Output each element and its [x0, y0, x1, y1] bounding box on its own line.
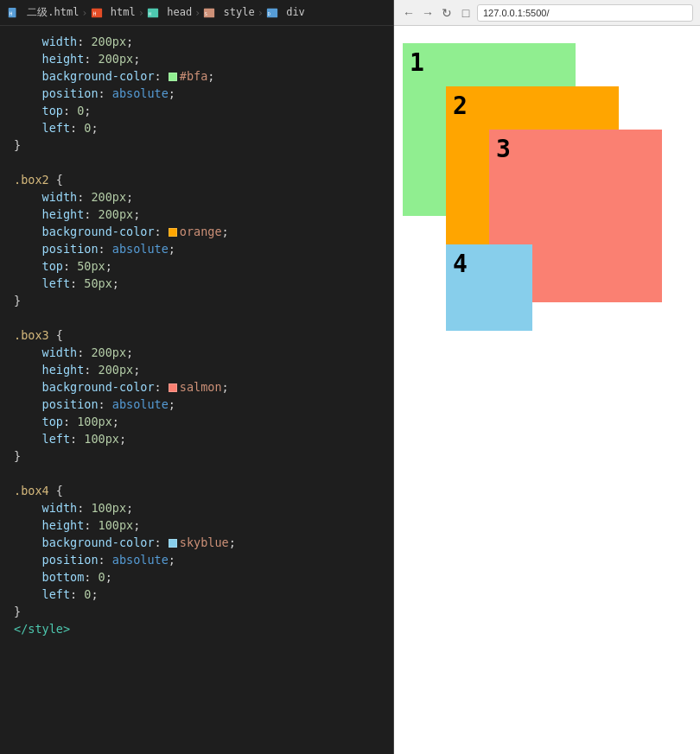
code-line: background-color: orange;: [0, 223, 393, 240]
code-line: bottom: 0;: [0, 568, 393, 586]
breadcrumb-style: S style: [203, 6, 254, 19]
code-line: [0, 465, 393, 482]
code-line: position: absolute;: [0, 85, 393, 102]
bc-sep-3: ›: [194, 7, 200, 19]
code-line: width: 100px;: [0, 499, 393, 516]
code-line: top: 50px;: [0, 257, 393, 275]
code-line: width: 200px;: [0, 188, 393, 206]
browser-toolbar: ← → ↻ □: [394, 0, 700, 26]
breadcrumb-head: H head: [147, 6, 192, 19]
code-line: height: 200px;: [0, 50, 393, 67]
forward-button[interactable]: →: [420, 5, 436, 21]
code-line: left: 0;: [0, 586, 393, 603]
box4: 4: [446, 244, 532, 331]
bc-sep-2: ›: [138, 7, 144, 19]
code-line: background-color: salmon;: [0, 378, 393, 396]
bc-sep-4: ›: [258, 7, 264, 19]
breadcrumb-html: H html: [91, 6, 136, 19]
code-line: </style>: [0, 620, 393, 637]
svg-text:H: H: [149, 10, 151, 16]
code-line: .box2 {: [0, 171, 393, 188]
code-line: }: [0, 603, 393, 620]
code-line: .box3 {: [0, 326, 393, 344]
code-line: }: [0, 292, 393, 309]
code-line: left: 0;: [0, 119, 393, 136]
code-line: position: absolute;: [0, 396, 393, 413]
code-area[interactable]: width: 200px; height: 200px; background-…: [0, 26, 393, 754]
box1-label: 1: [410, 48, 424, 77]
browser-content: 1 2 3 4: [394, 26, 700, 754]
bc-sep-1: ›: [81, 7, 87, 19]
code-line: [0, 154, 393, 171]
svg-text:D: D: [268, 10, 270, 16]
code-line: top: 0;: [0, 102, 393, 119]
breadcrumb-file: H 二级.html: [7, 5, 79, 20]
breadcrumb: H 二级.html › H html › H head › S: [0, 0, 393, 26]
code-line: position: absolute;: [0, 551, 393, 568]
code-line: background-color: skyblue;: [0, 534, 393, 551]
browser-panel: ← → ↻ □ 1 2 3 4: [393, 0, 700, 754]
code-line: height: 100px;: [0, 516, 393, 534]
code-line: background-color: #bfa;: [0, 67, 393, 85]
preview-container: 1 2 3 4: [394, 26, 700, 754]
breadcrumb-div: D div: [266, 6, 305, 19]
code-line: height: 200px;: [0, 361, 393, 378]
code-line: .box4 {: [0, 482, 393, 499]
code-line: top: 100px;: [0, 413, 393, 430]
box4-label: 4: [453, 250, 468, 278]
editor-panel: H 二级.html › H html › H head › S: [0, 0, 393, 754]
code-line: width: 200px;: [0, 33, 393, 50]
address-bar[interactable]: [477, 4, 693, 22]
svg-text:H: H: [92, 10, 96, 16]
code-line: height: 200px;: [0, 206, 393, 223]
home-button[interactable]: □: [458, 5, 474, 21]
svg-text:H: H: [10, 10, 13, 16]
code-line: [0, 309, 393, 326]
box2-label: 2: [453, 92, 468, 120]
code-line: }: [0, 136, 393, 154]
code-line: position: absolute;: [0, 240, 393, 257]
box3-label: 3: [496, 135, 511, 163]
code-line: }: [0, 447, 393, 465]
code-line: width: 200px;: [0, 344, 393, 361]
svg-text:S: S: [205, 10, 207, 16]
code-line: left: 50px;: [0, 275, 393, 292]
reload-button[interactable]: ↻: [439, 5, 455, 21]
back-button[interactable]: ←: [401, 5, 417, 21]
code-line: left: 100px;: [0, 430, 393, 447]
